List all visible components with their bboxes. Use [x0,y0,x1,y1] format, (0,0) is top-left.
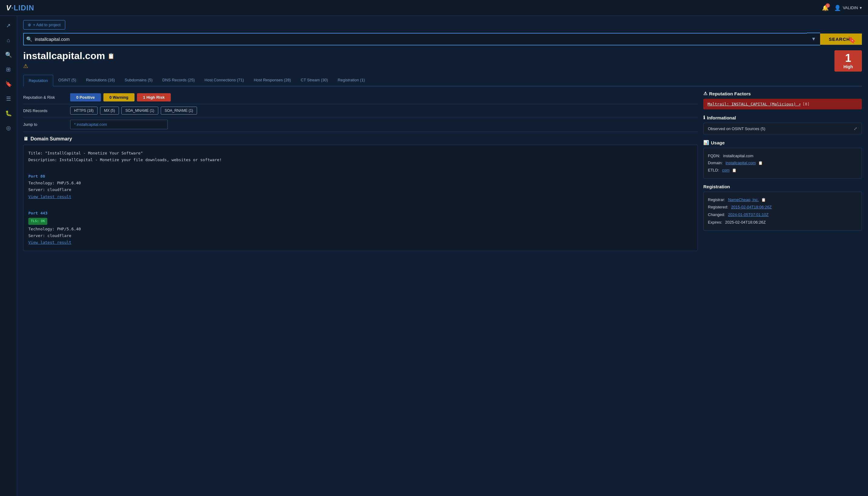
search-input[interactable] [23,33,807,45]
usage-section: 📊 Usage FQDN: installcapital.com Domain:… [703,140,862,179]
domain-name: installcapital.com [23,50,105,62]
dns-tag-mx[interactable]: MX (5) [100,107,119,114]
rep-factor-link[interactable]: Maltrail: INSTALL_CAPITAL (Malicious) ↗ [707,102,800,106]
tab-registration[interactable]: Registration (1) [333,75,370,87]
content-cols: Reputation & Risk 0 Positive 0 Warning 1… [23,91,862,257]
usage-box: FQDN: installcapital.com Domain: install… [703,148,862,179]
usage-domain-row: Domain: installcapital.com 📋 [708,159,857,167]
informational-text: Observed on OSINT Sources (5) [708,126,765,131]
sidebar-item-dashboard[interactable]: ⊞ [2,63,15,76]
registration-box: Registrar: NameCheap, Inc. 📋 Registered:… [703,192,862,231]
usage-title: 📊 Usage [703,140,862,145]
risk-number: 1 [841,53,855,64]
col-left: Reputation & Risk 0 Positive 0 Warning 1… [23,91,698,257]
user-icon: 👤 [834,4,841,11]
add-to-project-button[interactable]: ⊕ + Add to project [23,20,65,30]
informational-section: ℹ Informational Observed on OSINT Source… [703,115,862,134]
highrisk-badge[interactable]: 1 High Risk [137,93,171,102]
usage-fqdn-value: installcapital.com [723,154,753,158]
positive-badge[interactable]: 0 Positive [70,93,101,102]
user-label: VALIDIN [843,5,858,10]
sidebar-item-osint[interactable]: ◎ [2,122,15,134]
port80-view-link[interactable]: View latest result [28,195,71,199]
registrar-copy-icon[interactable]: 📋 [761,198,766,202]
domain-copy-icon[interactable]: 📋 [108,53,114,59]
rep-risk-label: Reputation & Risk [23,95,66,99]
jump-to-input[interactable] [70,120,168,129]
changed-label: Changed: [708,212,725,217]
dns-tag-https[interactable]: HTTPS (18) [70,107,98,114]
dns-tag-soa-mname[interactable]: SOA_MNAME (1) [121,107,158,114]
tab-host-connections[interactable]: Host Connections (71) [200,75,249,87]
domain-summary-header: 🖥 Domain Summary [23,136,698,142]
port443-tech: Technology: PHP/5.6.40 [28,226,693,232]
expand-icon[interactable]: ⤢ [854,126,857,131]
sidebar-item-launch[interactable]: ↗ [2,19,15,32]
registrar-row: Registrar: NameCheap, Inc. 📋 [708,196,857,204]
notif-badge: 1 [826,3,830,7]
changed-row: Changed: 2024-01-05T07:01:10Z [708,211,857,219]
expires-label: Expires: [708,220,722,224]
tab-host-responses[interactable]: Host Responses (28) [249,75,296,87]
domain-summary-section: 🖥 Domain Summary Title: "InstallCapital … [23,136,698,251]
registration-title-text: Registration [703,184,730,189]
tabs: Reputation OSINT (5) Resolutions (16) Su… [23,75,862,87]
user-menu[interactable]: 👤 VALIDIN ▾ [834,4,862,11]
changed-value[interactable]: 2024-01-05T07:01:10Z [728,212,768,217]
search-row: 🔍 ▼ SEARCH › [23,33,862,45]
registrar-value[interactable]: NameCheap, Inc. [728,198,759,202]
sidebar-item-home[interactable]: ⌂ [2,34,15,46]
domain-warning-icon: ⚠ [23,63,114,69]
dns-tags: HTTPS (18) MX (5) SOA_MNAME (1) SOA_RNAM… [70,107,197,114]
usage-etld-row: ETLD: com 📋 [708,167,857,174]
tab-reputation[interactable]: Reputation [23,75,54,87]
sidebar-item-bookmarks[interactable]: 🔖 [2,78,15,90]
filter-icon: ▼ [811,36,816,42]
registrar-label: Registrar: [708,198,725,202]
rep-factor-item: Maltrail: INSTALL_CAPITAL (Malicious) ↗ … [703,99,862,109]
filter-button[interactable]: ▼ [807,33,820,45]
dns-records-row: DNS Records HTTPS (18) MX (5) SOA_MNAME … [23,104,698,117]
summary-desc-line: Description: InstallCapital - Monetize y… [28,157,693,163]
rep-factors-icon: ⚠ [703,91,707,96]
tab-dns-records[interactable]: DNS Records (25) [158,75,199,87]
sidebar-item-list[interactable]: ☰ [2,93,15,105]
jump-to-row: Jump to [23,117,698,132]
domain-title-wrap: installcapital.com 📋 ⚠ [23,50,114,69]
informational-icon: ℹ [703,115,705,120]
topnav: V·LIDIN 🔔 1 👤 VALIDIN ▾ [0,0,868,16]
port80-server: Server: cloudflare [28,186,693,193]
usage-etld-value[interactable]: com [722,168,730,172]
domain-summary-icon: 🖥 [23,136,28,142]
dns-records-label: DNS Records [23,108,66,113]
reputation-table: Reputation & Risk 0 Positive 0 Warning 1… [23,91,698,132]
usage-domain-value[interactable]: installcapital.com [725,160,756,165]
domain-header: installcapital.com 📋 ⚠ 1 High [23,50,862,72]
sidebar-item-threats[interactable]: 🐛 [2,107,15,120]
usage-domain-copy-icon[interactable]: 📋 [758,161,763,165]
add-project-label: + Add to project [33,22,61,27]
expires-row: Expires: 2025-02-04T18:06:26Z [708,219,857,227]
warning-badge[interactable]: 0 Warning [103,93,135,102]
dns-tag-soa-rname[interactable]: SOA_RNAME (1) [161,107,197,114]
port443-view-link[interactable]: View latest result [28,240,71,245]
notifications-icon[interactable]: 🔔 1 [822,4,829,11]
rep-risk-row: Reputation & Risk 0 Positive 0 Warning 1… [23,91,698,104]
rep-factors-section: ⚠ Reputation Factors Maltrail: INSTALL_C… [703,91,862,109]
tab-ct-stream[interactable]: CT Stream (30) [296,75,333,87]
sidebar-item-search[interactable]: 🔍 [2,49,15,61]
registered-value[interactable]: 2015-02-04T18:06:26Z [731,205,772,209]
registration-section: Registration Registrar: NameCheap, Inc. … [703,184,862,231]
bookmark-icon[interactable]: 🔖 [848,36,856,44]
usage-etld-copy-icon[interactable]: 📋 [732,168,736,172]
tab-resolutions[interactable]: Resolutions (16) [81,75,120,87]
tab-osint[interactable]: OSINT (5) [54,75,81,87]
tab-subdomains[interactable]: Subdomains (5) [120,75,158,87]
domain-summary-box: Title: "InstallCapital - Monetize Your S… [23,145,698,251]
informational-title-text: Informational [707,115,736,120]
registered-row: Registered: 2015-02-04T18:06:26Z [708,203,857,211]
layout: ↗ ⌂ 🔍 ⊞ 🔖 ☰ 🐛 ◎ 🔖 ⊕ + Add to project 🔍 ▼ [0,16,868,496]
tls-badge: TLS: OK [28,218,47,225]
informational-title: ℹ Informational [703,115,862,120]
usage-fqdn-row: FQDN: installcapital.com [708,152,857,159]
